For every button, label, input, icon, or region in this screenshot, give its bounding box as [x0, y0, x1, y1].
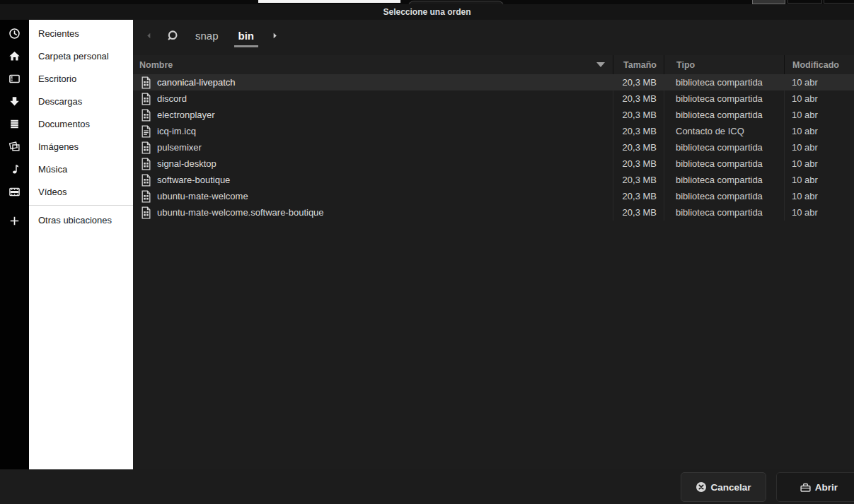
file-modified: 10 abr: [784, 156, 854, 172]
file-name: software-boutique: [157, 175, 230, 185]
file-name: canonical-livepatch: [157, 77, 236, 88]
executable-file-icon: [141, 206, 151, 219]
file-type: biblioteca compartida: [664, 90, 784, 107]
sort-caret-icon: [596, 62, 605, 67]
open-button-label: Abrir: [815, 482, 838, 493]
file-row[interactable]: software-boutique 20,3 MB biblioteca com…: [133, 172, 854, 188]
file-row[interactable]: ubuntu-mate-welcome.software-boutique 20…: [133, 204, 854, 221]
sidebar-item-imágenes[interactable]: Imágenes: [29, 135, 133, 158]
sidebar-item-label: Escritorio: [38, 74, 76, 84]
background-window-control: [824, 0, 854, 4]
breadcrumb-label: bin: [238, 30, 255, 42]
root-location-button[interactable]: [166, 30, 178, 42]
back-button[interactable]: [144, 28, 154, 42]
column-label: Modificado: [792, 60, 839, 70]
clock-icon: [0, 22, 29, 45]
forward-button[interactable]: [270, 28, 279, 42]
file-size: 20,3 MB: [613, 123, 664, 139]
file-name: signal-desktop: [157, 158, 217, 169]
file-size: 20,3 MB: [613, 74, 664, 90]
download-icon: [0, 90, 29, 112]
file-type: biblioteca compartida: [664, 204, 784, 221]
sidebar-item-label: Recientes: [38, 28, 79, 39]
cancel-button[interactable]: Cancelar: [681, 472, 766, 502]
file-name: ubuntu-mate-welcome.software-boutique: [157, 207, 324, 218]
file-size: 20,3 MB: [613, 188, 664, 204]
file-size: 20,3 MB: [613, 139, 664, 156]
sidebar-item-label: Carpeta personal: [38, 51, 109, 61]
sidebar-item-label: Imágenes: [38, 141, 79, 152]
file-row[interactable]: discord 20,3 MB biblioteca compartida 10…: [133, 90, 854, 107]
executable-file-icon: [141, 158, 151, 170]
document-lines-icon: [0, 112, 29, 135]
column-label: Tipo: [676, 60, 695, 70]
file-modified: 10 abr: [784, 74, 854, 90]
sidebar-icon-strip: [0, 20, 29, 469]
sidebar-separator: [29, 205, 133, 206]
file-type: biblioteca compartida: [664, 107, 784, 123]
column-label: Nombre: [139, 60, 173, 70]
sidebar-item-música[interactable]: Música: [29, 158, 133, 180]
executable-file-icon: [141, 190, 151, 203]
executable-file-icon: [141, 109, 151, 122]
active-crumb-underline: [234, 45, 259, 47]
path-bar: snap bin: [133, 20, 854, 51]
background-window-control: [787, 0, 822, 4]
file-row[interactable]: signal-desktop 20,3 MB biblioteca compar…: [133, 156, 854, 172]
dialog-titlebar: Seleccione una orden: [0, 4, 854, 20]
root-location-icon: [166, 30, 178, 42]
file-size: 20,3 MB: [613, 172, 664, 188]
file-rows: canonical-livepatch 20,3 MB biblioteca c…: [133, 74, 854, 221]
background-window-white-segment: [258, 0, 400, 3]
list-header: Nombre Tamaño Tipo Modificado: [133, 55, 854, 75]
action-bar: Cancelar Abrir: [0, 469, 854, 504]
file-size: 20,3 MB: [613, 90, 664, 107]
sidebar-item-escritorio[interactable]: Escritorio: [29, 67, 133, 90]
sidebar-item-documentos[interactable]: Documentos: [29, 112, 133, 135]
file-type: biblioteca compartida: [664, 74, 784, 90]
file-name: electronplayer: [157, 110, 215, 120]
column-header-size[interactable]: Tamaño: [613, 55, 664, 74]
sidebar-item-label: Descargas: [38, 96, 82, 107]
executable-file-icon: [141, 174, 151, 187]
file-type: biblioteca compartida: [664, 172, 784, 188]
breadcrumb-snap[interactable]: snap: [192, 25, 221, 46]
sidebar-item-label: Música: [38, 164, 67, 175]
file-row[interactable]: ubuntu-mate-welcome 20,3 MB biblioteca c…: [133, 188, 854, 204]
sidebar-item-vídeos[interactable]: Vídeos: [29, 180, 133, 203]
file-name: pulsemixer: [157, 142, 202, 153]
file-modified: 10 abr: [784, 188, 854, 204]
file-modified: 10 abr: [784, 204, 854, 221]
sidebar-item-carpeta-personal[interactable]: Carpeta personal: [29, 45, 133, 67]
breadcrumb-bin[interactable]: bin: [236, 25, 258, 46]
file-row[interactable]: canonical-livepatch 20,3 MB biblioteca c…: [133, 74, 854, 90]
open-button[interactable]: Abrir: [776, 472, 854, 502]
sidebar-item-descargas[interactable]: Descargas: [29, 90, 133, 112]
video-icon: [0, 180, 29, 203]
file-row[interactable]: pulsemixer 20,3 MB biblioteca compartida…: [133, 139, 854, 156]
plus-icon: [0, 209, 29, 232]
file-name: discord: [157, 93, 187, 104]
file-type: biblioteca compartida: [664, 139, 784, 156]
file-modified: 10 abr: [784, 123, 854, 139]
column-header-modified[interactable]: Modificado: [784, 55, 854, 74]
text-file-icon: [141, 125, 151, 138]
file-modified: 10 abr: [784, 139, 854, 156]
sidebar-item-label: Documentos: [38, 119, 90, 129]
column-header-name[interactable]: Nombre: [133, 55, 613, 74]
breadcrumb-label: snap: [195, 30, 219, 42]
cancel-button-label: Cancelar: [710, 482, 751, 493]
sidebar-item-otras-ubicaciones[interactable]: Otras ubicaciones: [29, 209, 133, 231]
file-size: 20,3 MB: [613, 156, 664, 172]
file-row[interactable]: electronplayer 20,3 MB biblioteca compar…: [133, 107, 854, 123]
open-folder-icon: [800, 481, 812, 493]
desktop-icon: [0, 67, 29, 90]
file-size: 20,3 MB: [613, 204, 664, 221]
file-row[interactable]: icq-im.icq 20,3 MB Contacto de ICQ 10 ab…: [133, 123, 854, 139]
column-header-type[interactable]: Tipo: [664, 55, 784, 74]
chevron-left-icon: [144, 31, 154, 40]
file-type: biblioteca compartida: [664, 188, 784, 204]
file-chooser-dialog: Seleccione una orden RecientesCarpeta pe…: [0, 0, 854, 504]
home-icon: [0, 45, 29, 67]
sidebar-item-recientes[interactable]: Recientes: [29, 22, 133, 45]
